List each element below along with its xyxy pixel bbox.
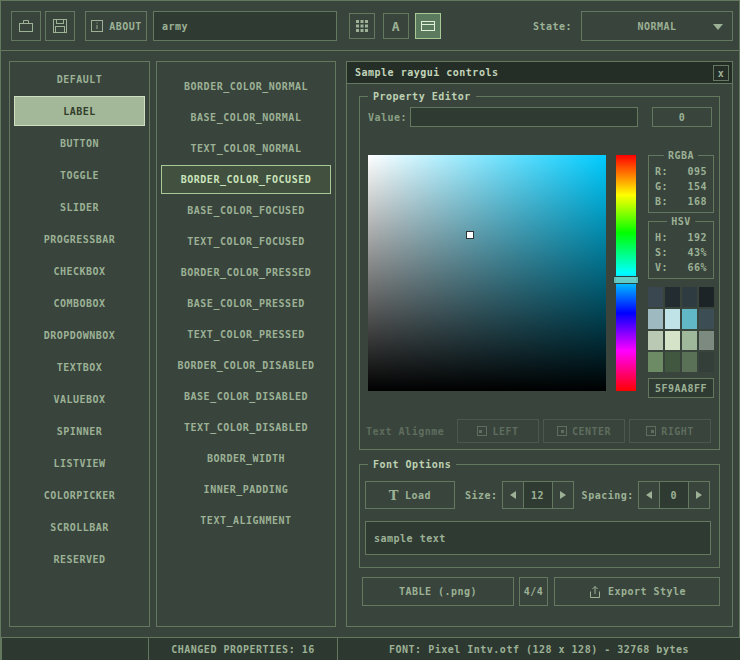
align-center-label: CENTER bbox=[572, 426, 611, 437]
palette-swatch[interactable] bbox=[665, 309, 680, 329]
property-item[interactable]: TEXT_ALIGNMENT bbox=[161, 506, 331, 535]
spacing-increment-button[interactable] bbox=[688, 481, 710, 509]
property-item[interactable]: TEXT_COLOR_FOCUSED bbox=[161, 227, 331, 256]
property-item[interactable]: INNER_PADDING bbox=[161, 475, 331, 504]
align-left-button[interactable]: LEFT bbox=[457, 419, 539, 443]
control-item[interactable]: CHECKBOX bbox=[14, 256, 145, 286]
property-item[interactable]: BASE_COLOR_DISABLED bbox=[161, 382, 331, 411]
about-button-label: ABOUT bbox=[109, 21, 142, 32]
palette-swatch[interactable] bbox=[699, 352, 714, 372]
hue-bar[interactable] bbox=[616, 155, 636, 391]
control-item[interactable]: COLORPICKER bbox=[14, 480, 145, 510]
palette-swatch[interactable] bbox=[648, 287, 663, 307]
control-item[interactable]: LISTVIEW bbox=[14, 448, 145, 478]
align-center-button[interactable]: CENTER bbox=[543, 419, 625, 443]
export-style-label: Export Style bbox=[608, 586, 686, 597]
palette-swatch[interactable] bbox=[682, 287, 697, 307]
palette-swatch[interactable] bbox=[648, 352, 663, 372]
control-item[interactable]: VALUEBOX bbox=[14, 384, 145, 414]
palette-swatch[interactable] bbox=[648, 331, 663, 351]
hex-value-box[interactable]: 5F9AA8FF bbox=[648, 378, 714, 398]
align-right-button[interactable]: RIGHT bbox=[629, 419, 711, 443]
control-item[interactable]: LABEL bbox=[14, 96, 145, 126]
property-item[interactable]: BASE_COLOR_PRESSED bbox=[161, 289, 331, 318]
value-count-box[interactable]: 0 bbox=[652, 107, 712, 127]
property-item[interactable]: TEXT_COLOR_NORMAL bbox=[161, 134, 331, 163]
property-item[interactable]: BORDER_COLOR_NORMAL bbox=[161, 72, 331, 101]
about-button[interactable]: ABOUT bbox=[85, 11, 147, 41]
sample-text-box[interactable]: sample text bbox=[365, 521, 711, 555]
property-item[interactable]: BORDER_WIDTH bbox=[161, 444, 331, 473]
property-item[interactable]: BASE_COLOR_FOCUSED bbox=[161, 196, 331, 225]
window-titlebar[interactable]: Sample raygui controls x bbox=[347, 62, 732, 84]
spacing-label: Spacing: bbox=[582, 490, 634, 501]
rgba-row-blue: B: 168 bbox=[649, 194, 713, 209]
palette-swatch[interactable] bbox=[648, 309, 663, 329]
control-item[interactable]: SPINNER bbox=[14, 416, 145, 446]
control-item[interactable]: BUTTON bbox=[14, 128, 145, 158]
size-decrement-button[interactable] bbox=[502, 481, 524, 509]
hsv-group: HSV H: 192 S: 43% V: 66% bbox=[648, 221, 714, 279]
letter-a-icon: A bbox=[392, 19, 400, 34]
style-name-input[interactable] bbox=[153, 11, 337, 41]
close-button[interactable]: x bbox=[713, 65, 729, 81]
control-item[interactable]: DEFAULT bbox=[14, 64, 145, 94]
value-input[interactable] bbox=[410, 107, 638, 127]
pages-value-box[interactable]: 4/4 bbox=[519, 577, 548, 606]
rgba-group: RGBA R: 095 G: 154 B: 168 bbox=[648, 155, 714, 213]
control-item[interactable]: PROGRESSBAR bbox=[14, 224, 145, 254]
rgba-group-label: RGBA bbox=[664, 150, 698, 161]
palette-swatch[interactable] bbox=[699, 331, 714, 351]
palette-swatch[interactable] bbox=[665, 287, 680, 307]
align-left-label: LEFT bbox=[492, 426, 518, 437]
palette-swatch[interactable] bbox=[665, 352, 680, 372]
control-item[interactable]: RESERVED bbox=[14, 544, 145, 574]
control-item[interactable]: DROPDOWNBOX bbox=[14, 320, 145, 350]
save-style-button[interactable] bbox=[45, 11, 75, 41]
palette-swatch[interactable] bbox=[682, 352, 697, 372]
property-item[interactable]: TEXT_COLOR_PRESSED bbox=[161, 320, 331, 349]
palette-swatch[interactable] bbox=[665, 331, 680, 351]
control-item[interactable]: SLIDER bbox=[14, 192, 145, 222]
align-right-label: RIGHT bbox=[661, 426, 694, 437]
controls-view-button[interactable] bbox=[415, 13, 441, 39]
color-saturation-panel[interactable] bbox=[368, 155, 606, 391]
size-increment-button[interactable] bbox=[552, 481, 574, 509]
load-font-button[interactable]: T Load bbox=[365, 481, 455, 509]
new-style-button[interactable] bbox=[11, 11, 41, 41]
size-value-box[interactable]: 12 bbox=[523, 481, 553, 509]
controls-list-panel: DEFAULT LABEL BUTTON TOGGLE SLIDER PROGR… bbox=[9, 61, 150, 627]
spacing-decrement-button[interactable] bbox=[638, 481, 660, 509]
control-item[interactable]: COMBOBOX bbox=[14, 288, 145, 318]
statusbar-empty-segment bbox=[1, 637, 149, 660]
palette-swatch[interactable] bbox=[682, 309, 697, 329]
style-table-view-button[interactable] bbox=[349, 13, 375, 39]
control-item[interactable]: TOGGLE bbox=[14, 160, 145, 190]
font-options-group: Font Options T Load Size: 12 Spacing: bbox=[359, 464, 720, 568]
hue-slider[interactable] bbox=[613, 276, 639, 284]
property-item[interactable]: BORDER_COLOR_DISABLED bbox=[161, 351, 331, 380]
text-alignment-label: Text Alignme bbox=[366, 426, 456, 437]
export-format-label: TABLE (.png) bbox=[399, 586, 477, 597]
property-item[interactable]: BORDER_COLOR_FOCUSED bbox=[161, 165, 331, 194]
palette-swatch[interactable] bbox=[682, 331, 697, 351]
export-icon bbox=[588, 585, 602, 599]
font-options-group-label: Font Options bbox=[368, 459, 456, 470]
property-item[interactable]: BASE_COLOR_NORMAL bbox=[161, 103, 331, 132]
hue-value: 192 bbox=[687, 230, 707, 245]
property-item[interactable]: BORDER_COLOR_PRESSED bbox=[161, 258, 331, 287]
control-item[interactable]: TEXTBOX bbox=[14, 352, 145, 382]
spacing-value-box[interactable]: 0 bbox=[659, 481, 689, 509]
palette-swatch[interactable] bbox=[699, 309, 714, 329]
palette-swatch[interactable] bbox=[699, 287, 714, 307]
sample-controls-window: Sample raygui controls x Property Editor… bbox=[346, 61, 733, 627]
green-label: G: bbox=[655, 179, 668, 194]
property-item[interactable]: TEXT_COLOR_DISABLED bbox=[161, 413, 331, 442]
hue-label: H: bbox=[655, 230, 668, 245]
export-format-dropdown[interactable]: TABLE (.png) bbox=[362, 577, 514, 606]
export-style-button[interactable]: Export Style bbox=[554, 577, 720, 606]
control-item[interactable]: SCROLLBAR bbox=[14, 512, 145, 542]
state-dropdown[interactable]: NORMAL bbox=[581, 11, 733, 41]
font-view-button[interactable]: A bbox=[383, 13, 409, 39]
value-label: Value: bbox=[368, 112, 407, 123]
